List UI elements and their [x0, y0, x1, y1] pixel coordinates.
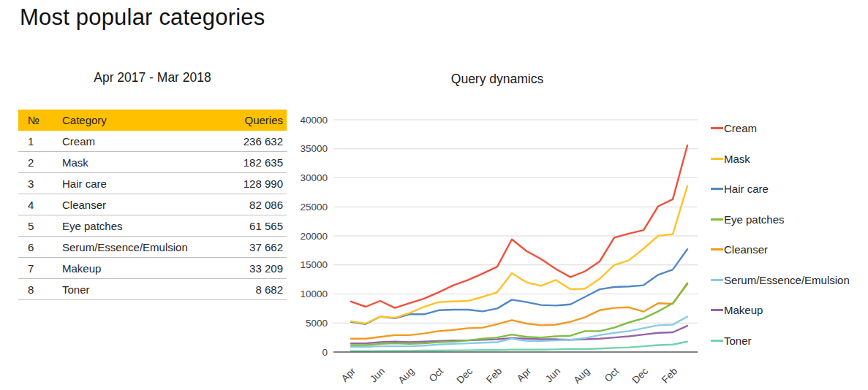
y-axis-tick-label: 25000: [300, 202, 328, 213]
row-queries: 33 209: [220, 258, 287, 279]
legend-label: Cream: [724, 122, 757, 134]
chart-title: Query dynamics: [351, 72, 644, 87]
legend-swatch: [711, 127, 723, 129]
y-axis-tick-label: 20000: [300, 231, 328, 242]
row-rank: 7: [18, 258, 57, 279]
x-axis-tick-label: Jun: [543, 366, 562, 385]
x-axis-tick-label: Jun: [368, 366, 387, 385]
x-axis-tick-label: Feb: [660, 366, 679, 386]
legend-swatch: [711, 218, 723, 221]
table-body: 1Cream236 6322Mask182 6353Hair care128 9…: [18, 131, 287, 300]
legend-label: Hair care: [724, 183, 769, 195]
row-category: Cleanser: [57, 194, 220, 215]
row-rank: 1: [18, 131, 57, 152]
legend-label: Serum/Essence/Emulsion: [724, 274, 850, 286]
x-axis-tick-label: Dec: [455, 365, 475, 386]
table-row: 2Mask182 635: [18, 152, 287, 173]
legend-item: Toner: [711, 326, 850, 356]
legend-item: Eye patches: [711, 204, 850, 235]
legend-swatch: [711, 158, 723, 160]
legend-swatch: [711, 188, 723, 190]
row-rank: 4: [18, 194, 57, 215]
y-axis-tick-label: 10000: [300, 288, 328, 299]
x-axis-tick-label: Aug: [572, 366, 592, 386]
x-axis-tick-label: Dec: [630, 365, 651, 386]
categories-table: № Category Queries 1Cream236 6322Mask182…: [18, 110, 287, 300]
x-axis-tick-label: Apr: [515, 365, 534, 384]
x-axis-tick-label: Aug: [396, 366, 417, 386]
legend-label: Toner: [724, 334, 752, 347]
slide-canvas: Most popular categories Apr 2017 - Mar 2…: [0, 0, 868, 390]
column-header-category: Category: [57, 110, 220, 131]
row-queries: 8 682: [220, 279, 287, 300]
table-period-subtitle: Apr 2017 - Mar 2018: [18, 70, 287, 85]
row-rank: 5: [18, 215, 57, 237]
table-header-row: № Category Queries: [18, 110, 287, 131]
row-queries: 82 086: [220, 194, 287, 215]
series-line-hair-care: [351, 249, 687, 324]
legend-label: Mask: [724, 153, 750, 165]
row-rank: 6: [18, 237, 57, 258]
table-row: 1Cream236 632: [18, 131, 287, 152]
table-row: 3Hair care128 990: [18, 173, 287, 194]
table-row: 4Cleanser82 086: [18, 194, 287, 215]
row-rank: 2: [18, 152, 57, 173]
row-category: Toner: [57, 279, 220, 300]
column-header-number: №: [18, 110, 57, 131]
y-axis-tick-label: 35000: [300, 143, 328, 154]
chart-legend: CreamMaskHair careEye patchesCleanserSer…: [711, 113, 850, 356]
row-queries: 61 565: [220, 215, 287, 237]
table-row: 5Eye patches61 565: [18, 215, 287, 237]
series-line-cream: [351, 145, 687, 308]
x-axis-tick-label: Oct: [603, 365, 622, 384]
row-queries: 182 635: [220, 152, 287, 173]
legend-item: Hair care: [711, 174, 850, 204]
row-rank: 3: [18, 173, 57, 194]
table-row: 7Makeup33 209: [18, 258, 287, 279]
table-header: № Category Queries: [18, 110, 287, 131]
row-category: Eye patches: [57, 215, 220, 237]
legend-label: Cleanser: [724, 243, 768, 256]
y-axis-tick-label: 15000: [300, 259, 328, 270]
row-queries: 128 990: [220, 173, 287, 194]
legend-item: Cream: [711, 113, 850, 144]
legend-label: Makeup: [724, 304, 763, 316]
legend-swatch: [711, 248, 723, 251]
legend-item: Mask: [711, 144, 850, 175]
x-axis-tick-label: Oct: [427, 365, 446, 384]
page-title: Most popular categories: [20, 4, 265, 31]
legend-swatch: [711, 340, 723, 342]
row-queries: 37 662: [220, 237, 287, 258]
row-rank: 8: [18, 279, 57, 300]
y-axis-tick-label: 0: [322, 347, 328, 358]
legend-item: Cleanser: [711, 234, 850, 265]
table-row: 8Toner8 682: [18, 279, 287, 300]
x-axis-tick-label: Apr: [339, 365, 358, 384]
y-axis-tick-label: 5000: [306, 318, 328, 329]
row-category: Hair care: [57, 173, 220, 194]
y-axis-tick-label: 40000: [300, 115, 328, 126]
legend-swatch: [711, 309, 723, 311]
row-queries: 236 632: [220, 131, 287, 152]
query-dynamics-line-chart: 0500010000150002000025000300003500040000…: [291, 102, 708, 390]
table-row: 6Serum/Essence/Emulsion37 662: [18, 237, 287, 258]
column-header-queries: Queries: [220, 110, 287, 131]
legend-item: Makeup: [711, 295, 850, 326]
legend-swatch: [711, 279, 723, 281]
y-axis-tick-label: 30000: [300, 172, 328, 183]
x-axis-tick-label: Feb: [484, 366, 504, 386]
row-category: Mask: [57, 152, 220, 173]
legend-label: Eye patches: [724, 213, 785, 226]
row-category: Makeup: [57, 258, 220, 279]
row-category: Serum/Essence/Emulsion: [57, 237, 220, 258]
legend-item: Serum/Essence/Emulsion: [711, 265, 850, 296]
row-category: Cream: [57, 131, 220, 152]
